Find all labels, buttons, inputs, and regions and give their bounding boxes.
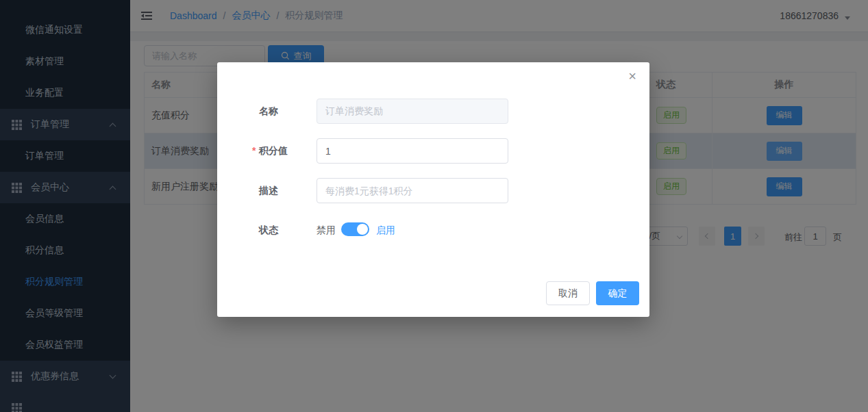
desc-field-label: 描述 <box>259 185 278 197</box>
status-field-label: 状态 <box>259 224 278 237</box>
points-field[interactable] <box>317 138 508 164</box>
name-field[interactable] <box>317 99 508 124</box>
confirm-button[interactable]: 确定 <box>596 281 639 305</box>
close-icon[interactable]: × <box>628 69 636 83</box>
name-field-label: 名称 <box>259 105 278 118</box>
cancel-button[interactable]: 取消 <box>546 281 590 305</box>
status-toggle[interactable] <box>341 222 369 236</box>
app-root: 微信通知设置 素材管理 业务配置 订单管理 订单管理 <box>0 0 868 412</box>
toggle-knob <box>357 224 368 235</box>
points-field-label: * 积分值 <box>259 145 288 157</box>
edit-rule-dialog: × 名称 * 积分值 描述 状态 禁用 启用 取消 确定 <box>217 62 649 317</box>
status-off-label: 禁用 <box>317 224 336 237</box>
desc-field[interactable] <box>317 178 508 203</box>
status-on-label: 启用 <box>376 224 395 237</box>
required-mark: * <box>252 145 256 156</box>
